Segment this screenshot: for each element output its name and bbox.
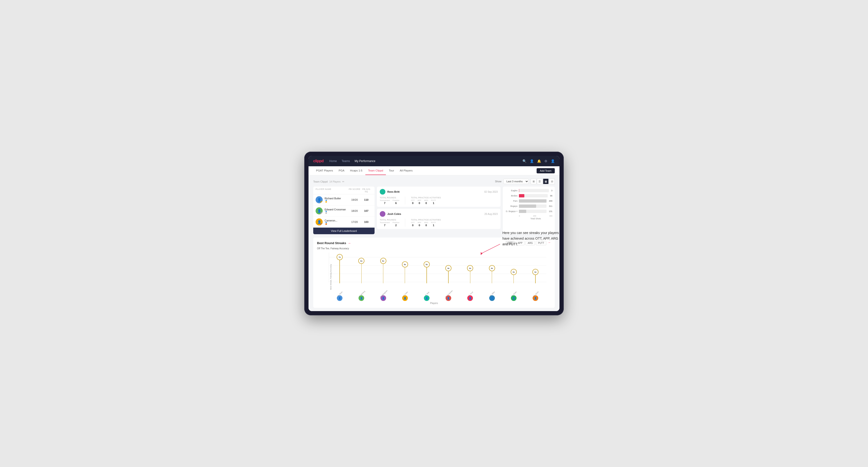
chart-bar-item: Birdies 96 (505, 194, 552, 197)
annotation-box: Here you can see streaks your players ha… (502, 230, 559, 247)
search-icon[interactable]: 🔍 (522, 159, 526, 163)
rank-badge: 2 (320, 212, 323, 214)
streak-bar-group: 3x (525, 253, 546, 283)
streaks-arrow-icon: ← (348, 241, 351, 245)
nav-teams[interactable]: Teams (342, 159, 350, 163)
team-title: Team Clippd 14 Players ✏ (313, 180, 344, 183)
round-card-2: Josh Coles 26 Aug 2023 Total Rounds Tour (377, 209, 500, 229)
tournament-stat-2: Tournament 7 (380, 221, 390, 227)
player-avatar-small: 👤 (525, 295, 546, 301)
table-row[interactable]: 👤 3 Cameron... 🥉 17/20 103 (313, 217, 375, 228)
app-stat-2: APP 0 (417, 221, 421, 227)
arg-value: 0 (426, 201, 427, 205)
player-avatar-small: 👤 (437, 295, 459, 301)
subnav-all-players[interactable]: All Players (397, 166, 415, 175)
player-details: Edward Crossman 🥈 (324, 208, 346, 214)
player-avatar-small: 👤 (459, 295, 481, 301)
bar-label: Birdies (505, 195, 518, 197)
practice-sub-2: OTT 0 APP 0 ARG (411, 221, 441, 227)
ott-label: OTT (411, 199, 415, 201)
bar-value: 131 (549, 210, 552, 213)
subnav-team-clippd[interactable]: Team Clippd (365, 166, 386, 175)
round-card-1: Rees Britt 02 Sep 2023 Total Rounds Tour (377, 187, 500, 207)
round-stats-2: Total Rounds Tournament 7 Practice (380, 219, 498, 227)
user-icon[interactable]: 👤 (530, 159, 534, 163)
streak-line (361, 261, 362, 283)
bell-icon[interactable]: 🔔 (537, 159, 541, 163)
player-medal: 🥉 (324, 222, 337, 225)
col-pb-avg: PB AVG SQ (361, 188, 372, 193)
total-rounds-group-2: Total Rounds Tournament 7 Practice (380, 219, 399, 227)
player-avg: 110 (361, 198, 372, 201)
streak-player-label: J. Coles (394, 292, 416, 295)
table-row[interactable]: 👤 1 Richard Butler 🥇 19/20 110 (313, 194, 375, 206)
streak-bar-group: 4x (481, 253, 503, 283)
show-controls: Show Last 3 months Last month Last 6 mon… (495, 179, 555, 184)
tournament-value-2: 7 (384, 224, 385, 227)
three-col-layout: PLAYER NAME PB SCORE PB AVG SQ 👤 1 (313, 187, 555, 234)
arg-label: ARG (424, 199, 428, 201)
bar-label: Eagles (505, 189, 518, 192)
streak-line (339, 257, 340, 283)
bar-fill (519, 210, 526, 213)
filter-btn[interactable]: ⊟ (549, 179, 555, 184)
chart-x-title: Total Shots (505, 217, 552, 220)
show-select[interactable]: Last 3 months Last month Last 6 months (503, 179, 529, 184)
bar-label: D. Bogeys + (505, 210, 518, 213)
streak-player-label: E. Crossman (437, 292, 459, 295)
player-count: 14 Players (329, 181, 340, 183)
player-medal: 🥇 (324, 200, 341, 203)
round-date: 02 Sep 2023 (484, 191, 498, 193)
nav-home[interactable]: Home (329, 159, 337, 163)
subnav-hcaps[interactable]: Hcaps 1-5 (347, 166, 365, 175)
bar-label: Bogeys (505, 205, 518, 207)
streak-player-label: R. Britt (416, 292, 437, 295)
edit-icon[interactable]: ✏ (342, 180, 344, 183)
bar-label: Pars (505, 200, 518, 202)
chart-bar-item: Pars 499 (505, 199, 552, 203)
add-team-button[interactable]: Add Team (536, 168, 555, 173)
players-label: Players (317, 302, 551, 305)
player-name: Edward Crossman (324, 208, 346, 211)
settings-icon[interactable]: ⚙ (545, 159, 548, 163)
grid-view-btn[interactable]: ⊞ (531, 179, 536, 184)
app-stat: APP 0 (417, 199, 421, 205)
nav-my-performance[interactable]: My Performance (354, 159, 375, 163)
player-avatar-small: 👤 (394, 295, 416, 301)
subnav-pga[interactable]: PGA (336, 166, 347, 175)
app-value: 0 (418, 201, 420, 205)
chart-bar-item: D. Bogeys + 131 (505, 210, 552, 213)
streak-bubble: 4x (489, 265, 495, 271)
round-card-header-2: Josh Coles 26 Aug 2023 (380, 211, 498, 217)
x-label-0: 0 (519, 215, 520, 217)
player-name: Richard Butler (324, 197, 341, 200)
player-avg: 103 (361, 220, 372, 223)
streaks-subtitle: Off The Tee, Fairway Accuracy (317, 247, 551, 250)
round-player-info-2: Josh Coles (380, 211, 401, 217)
player-score: 19/20 (349, 198, 361, 201)
list-view-btn[interactable]: ☰ (537, 179, 542, 184)
rounds-sub: Tournament 7 Practice 6 (380, 199, 399, 205)
rank-badge: 3 (320, 223, 323, 225)
view-icons: ⊞ ☰ ▦ ⊟ (531, 179, 555, 184)
streak-player-label: D. Ford (459, 292, 481, 295)
round-avatar-2 (380, 211, 385, 217)
card-view-btn[interactable]: ▦ (543, 179, 549, 184)
subnav-pgat-players[interactable]: PGAT Players (313, 166, 336, 175)
tournament-label-2: Tournament (380, 221, 390, 224)
show-label: Show (495, 180, 501, 183)
view-full-leaderboard-button[interactable]: View Full Leaderboard (313, 228, 375, 234)
player-avatar-small: 👤 (481, 295, 503, 301)
putt-stat-2: PUTT 1 (431, 221, 436, 227)
streak-bar-group: 3x (503, 253, 525, 283)
streaks-bars: 7x6x6x5x5x4x4x4x3x3x (329, 253, 546, 283)
chart-x-labels: 0 200 400 (505, 215, 552, 217)
putt-label: PUTT (431, 199, 436, 201)
table-row[interactable]: 👤 2 Edward Crossman 🥈 18/20 107 (313, 206, 375, 217)
leaderboard-card: PLAYER NAME PB SCORE PB AVG SQ 👤 1 (313, 187, 375, 234)
subnav: PGAT Players PGA Hcaps 1-5 Team Clippd T… (309, 166, 559, 175)
subnav-tour[interactable]: Tour (386, 166, 397, 175)
practice-value: 6 (395, 201, 397, 205)
streak-bar-group: 4x (437, 253, 459, 283)
avatar-icon[interactable]: 👤 (551, 159, 555, 163)
